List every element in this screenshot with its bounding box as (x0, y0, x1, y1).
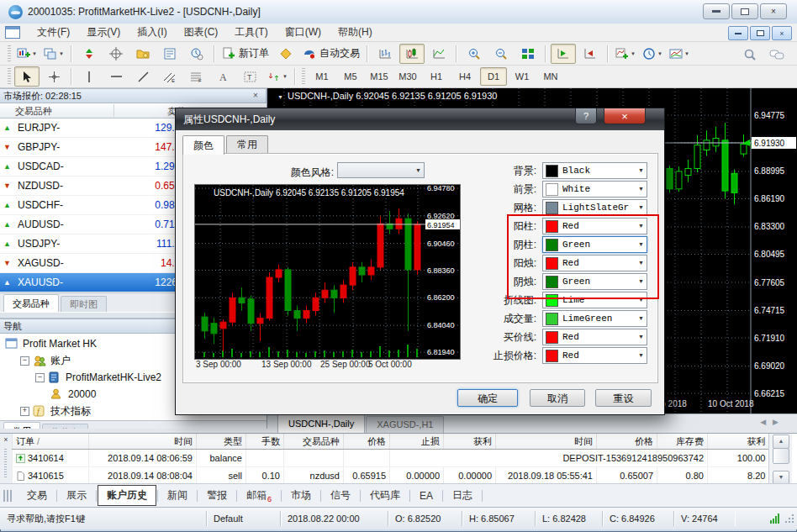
timeframe-W1[interactable]: W1 (509, 67, 536, 86)
menu-item-显示(V)[interactable]: 显示(V) (78, 24, 129, 40)
restore-button[interactable] (731, 3, 758, 19)
terminal-tab-日志[interactable]: 日志 (444, 486, 481, 505)
timeframe-H4[interactable]: H4 (451, 67, 478, 86)
strategy-tester-button[interactable] (184, 44, 209, 64)
market-watch-tab-交易品种[interactable]: 交易品种 (3, 294, 59, 312)
timeframe-MN[interactable]: MN (537, 67, 564, 86)
color-select-LimeGreen[interactable]: LimeGreen▼ (542, 310, 647, 327)
trendline-button[interactable] (130, 66, 156, 87)
collapse-icon[interactable]: − (20, 356, 29, 366)
cursor-button[interactable] (14, 66, 40, 87)
color-select-Green[interactable]: Green▼ (542, 236, 647, 253)
status-profile[interactable]: Default (207, 511, 281, 526)
reset-button[interactable]: 重设 (595, 389, 652, 407)
terminal-tab-信号[interactable]: 信号 (322, 486, 359, 505)
terminal-tab-新闻[interactable]: 新闻 (159, 486, 196, 505)
terminal-tab-展示[interactable]: 展示 (58, 486, 95, 505)
bar-chart-button[interactable] (372, 44, 398, 64)
minimize-button[interactable] (703, 3, 730, 19)
vertical-line-button[interactable] (77, 66, 102, 87)
color-select-Green[interactable]: Green▼ (542, 273, 647, 290)
metaeditor-button[interactable] (273, 44, 298, 64)
terminal-tab-邮箱[interactable]: 邮箱6 (238, 486, 280, 506)
column-header-时间-8[interactable]: 时间 (496, 434, 597, 450)
chat-button[interactable] (764, 45, 789, 65)
ok-button[interactable]: 确定 (457, 389, 518, 407)
channel-button[interactable]: E (157, 66, 182, 87)
column-header-价格-5[interactable]: 价格 (344, 434, 390, 450)
autotrading-button[interactable]: 自动交易 (300, 44, 362, 64)
auto-scroll-button[interactable] (551, 44, 576, 64)
navigator-button[interactable] (130, 44, 156, 64)
column-header-获利-7[interactable]: 获利 (444, 434, 496, 450)
column-header-交易品种-4[interactable]: 交易品种 (284, 434, 344, 450)
column-header-价格-9[interactable]: 价格 (597, 434, 657, 450)
timeframe-D1[interactable]: D1 (480, 67, 507, 86)
tile-windows-button[interactable] (515, 44, 541, 64)
terminal-tab-代码库[interactable]: 代码库 (362, 486, 409, 505)
toolbar-grip[interactable] (8, 45, 11, 62)
color-scheme-select[interactable]: ▼ (337, 162, 425, 178)
history-row-3410614[interactable]: 34106142018.09.14 08:06:59balanceDEPOSIT… (13, 450, 769, 467)
history-row-3410615[interactable]: 34106152018.09.14 08:08:04sell0.10nzdusd… (13, 467, 769, 484)
terminal-tab-交易[interactable]: 交易 (18, 486, 55, 505)
market-watch-close-icon[interactable]: × (249, 90, 262, 103)
terminal-tab-grip[interactable] (3, 490, 13, 502)
terminal-tab-市场[interactable]: 市场 (282, 486, 319, 505)
candlestick-button[interactable] (399, 44, 425, 64)
chart-tab-XAGUSD-,H1[interactable]: XAGUSD-,H1 (366, 416, 444, 433)
scroll-down-icon[interactable]: ▼ (773, 471, 789, 483)
timeframe-M30[interactable]: M30 (394, 67, 421, 86)
menu-item-帮助(H)[interactable]: 帮助(H) (330, 24, 381, 40)
terminal-tab-EA[interactable]: EA (411, 487, 441, 504)
column-header-时间-1[interactable]: 时间 (89, 434, 197, 450)
column-header-库存费-10[interactable]: 库存费 (657, 434, 708, 450)
search-button[interactable] (737, 45, 763, 65)
expand-icon[interactable]: + (20, 407, 29, 416)
line-chart-button[interactable] (426, 44, 451, 64)
color-select-LightSlateGr[interactable]: LightSlateGr▼ (542, 199, 647, 216)
terminal-button[interactable] (157, 44, 182, 64)
text-button[interactable]: A (211, 66, 236, 87)
menu-item-工具(T)[interactable]: 工具(T) (226, 24, 276, 40)
menu-item-文件(F)[interactable]: 文件(F) (29, 24, 78, 40)
mdi-minimize-button[interactable] (728, 26, 748, 40)
color-select-Red[interactable]: Red▼ (542, 329, 647, 345)
dialog-help-button[interactable]: ? (575, 108, 597, 124)
resize-grip[interactable] (784, 514, 794, 524)
column-header-获利-11[interactable]: 获利 (708, 434, 769, 450)
menu-item-插入(I)[interactable]: 插入(I) (129, 24, 175, 40)
profiles-button[interactable]: ▼ (41, 44, 66, 64)
column-header-类型-2[interactable]: 类型 (197, 434, 246, 450)
chart-tab-USDCNH-,Daily[interactable]: USDCNH-,Daily (277, 414, 365, 433)
properties-dialog[interactable]: 属性USDCNH-,Daily ? × 颜色常用 颜色风格: ▼ 6.94780… (175, 108, 665, 415)
arrows-button[interactable]: ▼ (265, 66, 290, 87)
toolbar-grip[interactable] (8, 68, 11, 85)
market-watch-tab-即时图[interactable]: 即时图 (61, 296, 107, 312)
mdi-restore-button[interactable] (750, 26, 770, 40)
zoom-in-button[interactable] (462, 44, 487, 64)
templates-button[interactable]: ▼ (667, 44, 692, 64)
data-window-button[interactable] (103, 44, 129, 64)
chart-shift-button[interactable] (578, 44, 603, 64)
text-label-button[interactable]: T (238, 66, 263, 87)
timeframe-M5[interactable]: M5 (337, 67, 364, 86)
dialog-tab-颜色[interactable]: 颜色 (182, 135, 224, 155)
close-button[interactable]: × (760, 3, 787, 19)
mdi-close-button[interactable]: × (772, 26, 792, 40)
indicators-button[interactable]: ▼ (613, 44, 638, 64)
timeframe-H1[interactable]: H1 (423, 67, 450, 86)
color-select-Red[interactable]: Red▼ (542, 255, 647, 271)
fibonacci-button[interactable]: F (184, 66, 209, 87)
collapse-icon[interactable]: − (35, 373, 45, 382)
timeframe-M15[interactable]: M15 (366, 67, 393, 86)
cancel-button[interactable]: 取消 (530, 389, 585, 407)
title-bar[interactable]: 20001035: ProfitMarketHK-Live2 - [USDCNH… (0, 0, 797, 24)
terminal-grip[interactable] (4, 449, 7, 477)
scroll-up-icon[interactable]: ▲ (773, 435, 789, 449)
menu-item-窗口(W)[interactable]: 窗口(W) (277, 24, 330, 40)
zoom-out-button[interactable] (488, 44, 514, 64)
new-order-button[interactable]: 新订单 (219, 44, 272, 64)
timeframe-M1[interactable]: M1 (309, 67, 335, 86)
crosshair-button[interactable] (41, 66, 66, 87)
